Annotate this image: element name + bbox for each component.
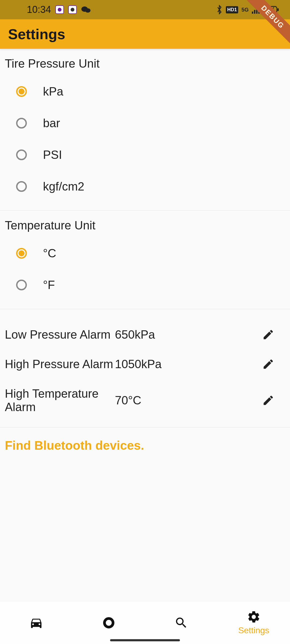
radio-label: bar bbox=[43, 116, 60, 130]
radio-icon bbox=[16, 86, 27, 97]
bottom-nav: Settings bbox=[0, 601, 290, 644]
section-alarms: Low Pressure Alarm 650kPa High Pressure … bbox=[0, 309, 290, 427]
radio-label: PSI bbox=[43, 148, 62, 162]
svg-rect-5 bbox=[258, 7, 260, 14]
svg-rect-3 bbox=[254, 10, 255, 14]
page-title: Settings bbox=[8, 26, 65, 42]
nav-ring[interactable] bbox=[73, 601, 145, 644]
wechat-icon bbox=[81, 6, 91, 14]
home-indicator[interactable] bbox=[110, 639, 180, 641]
edit-high-pressure-button[interactable] bbox=[262, 357, 275, 371]
radio-kgfcm2[interactable]: kgf/cm2 bbox=[0, 171, 290, 202]
nav-car[interactable] bbox=[0, 601, 73, 644]
svg-point-9 bbox=[104, 619, 113, 627]
radio-label: kgf/cm2 bbox=[43, 180, 84, 193]
hd-badge: HD1 bbox=[226, 6, 238, 13]
nav-settings[interactable]: Settings bbox=[218, 601, 290, 644]
svg-point-1 bbox=[85, 8, 90, 13]
circle-icon bbox=[102, 616, 116, 630]
pencil-icon bbox=[262, 358, 274, 370]
alarm-high-pressure: High Pressure Alarm 1050kPa bbox=[0, 349, 290, 379]
battery-icon bbox=[263, 6, 279, 14]
network-5g: 5G bbox=[241, 7, 249, 13]
status-left: 10:34 bbox=[27, 4, 91, 15]
section-pressure-unit: Tire Pressure Unit kPa bar PSI kgf/cm2 bbox=[0, 49, 290, 211]
alarm-value: 650kPa bbox=[115, 328, 262, 341]
nav-settings-label: Settings bbox=[238, 625, 269, 635]
alarm-label: High Temperature Alarm bbox=[5, 387, 115, 414]
radio-celsius[interactable]: °C bbox=[0, 237, 290, 269]
search-icon bbox=[174, 616, 188, 630]
pencil-icon bbox=[262, 328, 274, 341]
status-time: 10:34 bbox=[27, 4, 51, 15]
edit-low-pressure-button[interactable] bbox=[262, 328, 275, 341]
alarm-label: High Pressure Alarm bbox=[5, 357, 115, 371]
signal-icon bbox=[252, 6, 260, 14]
section-bluetooth: Find Bluetooth devices. bbox=[0, 427, 290, 453]
app-icon-2 bbox=[68, 5, 77, 14]
find-bluetooth-link[interactable]: Find Bluetooth devices. bbox=[5, 438, 285, 453]
temperature-unit-title: Temperature Unit bbox=[0, 211, 290, 237]
svg-rect-7 bbox=[277, 8, 279, 11]
status-right: HD1 5G bbox=[216, 5, 279, 14]
radio-kpa[interactable]: kPa bbox=[0, 76, 290, 107]
nav-search[interactable] bbox=[145, 601, 218, 644]
radio-fahrenheit[interactable]: °F bbox=[0, 269, 290, 301]
radio-label: °C bbox=[43, 247, 56, 260]
app-bar: Settings bbox=[0, 19, 290, 49]
bluetooth-icon bbox=[216, 5, 223, 14]
alarm-high-temperature: High Temperature Alarm 70°C bbox=[0, 379, 290, 422]
alarm-label: Low Pressure Alarm bbox=[5, 328, 115, 341]
content: Tire Pressure Unit kPa bar PSI kgf/cm2 T… bbox=[0, 49, 290, 453]
radio-psi[interactable]: PSI bbox=[0, 139, 290, 171]
app-icon-1 bbox=[55, 5, 64, 14]
car-icon bbox=[29, 616, 43, 630]
alarm-value: 70°C bbox=[115, 394, 262, 407]
status-bar: 10:34 HD1 5G DEBUG bbox=[0, 0, 290, 19]
pencil-icon bbox=[262, 394, 274, 407]
section-temperature-unit: Temperature Unit °C °F bbox=[0, 211, 290, 309]
radio-label: °F bbox=[43, 278, 55, 292]
gear-icon bbox=[247, 610, 261, 624]
radio-icon bbox=[16, 248, 27, 259]
alarm-low-pressure: Low Pressure Alarm 650kPa bbox=[0, 320, 290, 349]
radio-bar[interactable]: bar bbox=[0, 107, 290, 139]
radio-icon bbox=[16, 280, 27, 290]
radio-icon bbox=[16, 149, 27, 160]
radio-icon bbox=[16, 181, 27, 192]
edit-high-temperature-button[interactable] bbox=[262, 394, 275, 407]
svg-rect-8 bbox=[264, 8, 270, 12]
alarm-value: 1050kPa bbox=[115, 357, 262, 371]
pressure-unit-title: Tire Pressure Unit bbox=[0, 49, 290, 76]
svg-rect-4 bbox=[256, 8, 258, 14]
svg-rect-2 bbox=[252, 12, 253, 14]
radio-label: kPa bbox=[43, 85, 63, 98]
radio-icon bbox=[16, 118, 27, 129]
